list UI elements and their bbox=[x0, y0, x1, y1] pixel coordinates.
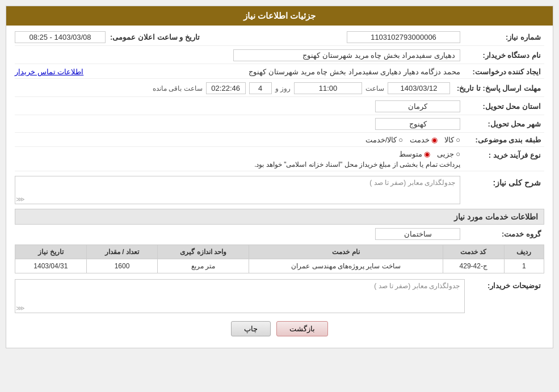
deadline-remaining-label: ساعت باقی مانده bbox=[153, 85, 203, 92]
radio-kala-khadamat[interactable]: ○ bbox=[398, 136, 403, 144]
cell-code: ج-42-429 bbox=[443, 259, 504, 273]
table-row: 1ج-42-429ساخت سایر پروژه‌های مهندسی عمرا… bbox=[15, 259, 544, 273]
col-name: نام خدمت bbox=[249, 245, 443, 259]
date-label: تاریخ و ساعت اعلان عمومی: bbox=[110, 33, 203, 41]
city-value: کهنوج bbox=[375, 118, 460, 130]
page-title: جزئیات اطلاعات نیاز bbox=[6, 6, 553, 26]
process-label: نوع فرآیند خرید : bbox=[465, 150, 544, 159]
creator-label: ایجاد کننده درخواست: bbox=[465, 68, 544, 76]
province-value: کرمان bbox=[375, 100, 460, 112]
services-table: ردیف کد خدمت نام خدمت واحد اندازه گیری ت… bbox=[15, 245, 544, 273]
classification-options: ○ کالا ◉ خدمت ○ کالا/خدمت bbox=[365, 136, 460, 144]
classification-kala[interactable]: ○ کالا bbox=[444, 136, 460, 144]
classification-khadamat[interactable]: ◉ خدمت bbox=[410, 136, 438, 144]
need-number-value: 1103102793000006 bbox=[347, 31, 460, 43]
description-label: شرح کلی نیاز: bbox=[465, 176, 544, 187]
contact-link[interactable]: اطلاعات تماس خریدار bbox=[15, 68, 83, 76]
radio-kala[interactable]: ○ bbox=[456, 136, 460, 144]
province-label: استان محل تحویل: bbox=[465, 102, 544, 111]
classification-kala-khadamat[interactable]: ○ کالا/خدمت bbox=[365, 136, 403, 144]
deadline-days-label: روز و bbox=[275, 85, 291, 92]
cell-row: 1 bbox=[504, 259, 544, 273]
creator-value: محمد دزگامه دهیار دهیاری سفیدمراد بخش چا… bbox=[88, 68, 460, 76]
description-placeholder: جدولگذاری معابر (صفر تا صد ) bbox=[369, 179, 455, 187]
org-value: دهیاری سفیدمراد بخش چاه مرید شهرستان کهن… bbox=[233, 49, 460, 61]
col-code: کد خدمت bbox=[443, 245, 504, 259]
buyer-desc-box: جدولگذاری معابر (صفر تا صد ) bbox=[15, 279, 465, 313]
city-label: شهر محل تحویل: bbox=[465, 120, 544, 128]
deadline-date: 1403/03/12 bbox=[388, 82, 450, 94]
deadline-remaining: 02:22:46 bbox=[206, 82, 246, 94]
back-button[interactable]: بازگشت bbox=[276, 321, 328, 336]
buyer-desc-label: توضیحات خریدار: bbox=[465, 279, 544, 290]
description-box: جدولگذاری معابر (صفر تا صد ) bbox=[15, 176, 460, 204]
cell-quantity: 1600 bbox=[86, 259, 158, 273]
radio-motawaset[interactable]: ◉ bbox=[424, 150, 430, 158]
col-row: ردیف bbox=[504, 245, 544, 259]
deadline-time-label: ساعت bbox=[365, 85, 384, 92]
cell-date: 1403/04/31 bbox=[15, 259, 87, 273]
print-button[interactable]: چاپ bbox=[231, 321, 271, 336]
buyer-desc-placeholder: جدولگذاری معابر (صفر تا صد ) bbox=[374, 282, 460, 290]
cell-name: ساخت سایر پروژه‌های مهندسی عمران bbox=[249, 259, 443, 273]
service-group-label: گروه خدمت: bbox=[465, 230, 544, 238]
process-options: ○ جزیی ◉ متوسط bbox=[15, 150, 460, 158]
col-unit: واحد اندازه گیری bbox=[158, 245, 249, 259]
process-jozi[interactable]: ○ جزیی bbox=[437, 150, 460, 158]
date-value: 1403/03/08 - 08:25 bbox=[15, 31, 106, 43]
buttons-row: بازگشت چاپ bbox=[15, 321, 544, 342]
col-qty: تعداد / مقدار bbox=[86, 245, 158, 259]
deadline-time: 11:00 bbox=[294, 82, 362, 94]
deadline-label: مهلت ارسال پاسخ: تا تاریخ: bbox=[453, 84, 544, 92]
service-group-value: ساختمان bbox=[375, 228, 460, 240]
col-date: تاریخ نیاز bbox=[15, 245, 87, 259]
need-number-label: شماره نیاز: bbox=[465, 33, 544, 41]
classification-label: طبقه بندی موضوعی: bbox=[465, 136, 544, 144]
buyer-resize-handle-icon: ⋘ bbox=[16, 305, 25, 312]
services-section-header: اطلاعات خدمات مورد نیاز bbox=[15, 209, 544, 225]
process-text: پرداخت تمام یا بخشی از مبلغ خریداز محل "… bbox=[15, 161, 460, 168]
cell-unit: متر مربع bbox=[158, 259, 249, 273]
resize-handle-icon: ⋘ bbox=[16, 196, 25, 203]
deadline-days: 4 bbox=[249, 82, 272, 94]
radio-jozi[interactable]: ○ bbox=[456, 150, 460, 158]
org-label: نام دستگاه خریدار: bbox=[465, 51, 544, 60]
radio-khadamat[interactable]: ◉ bbox=[431, 136, 438, 144]
process-motawaset[interactable]: ◉ متوسط bbox=[399, 150, 430, 158]
